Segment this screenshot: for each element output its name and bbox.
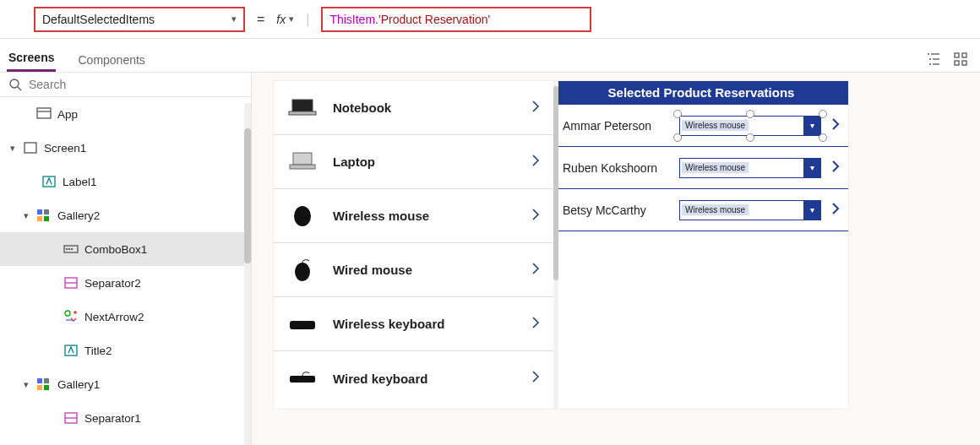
chevron-down-icon: ▾ [289, 14, 294, 24]
separator-icon [63, 410, 79, 426]
product-image-wired-keyboard [287, 365, 318, 392]
property-dropdown[interactable]: DefaultSelectedItems ▾ [34, 7, 245, 32]
tree-node-separator1[interactable]: Separator1 [0, 401, 251, 435]
tree-node-separator2[interactable]: Separator2 [0, 266, 251, 300]
tree-node-combobox1[interactable]: ComboBox1 [0, 232, 251, 266]
gallery-icon [35, 376, 52, 393]
reservation-row[interactable]: Ruben Kokshoorn Wireless mouse ▾ [554, 147, 848, 189]
tree-node-title2[interactable]: Title2 [0, 334, 251, 367]
nextarrow-icon [63, 308, 79, 325]
product-name: Notebook [333, 100, 513, 115]
tree-label: Label1 [63, 176, 97, 188]
svg-rect-36 [293, 153, 312, 165]
product-name: Wireless keyboard [333, 317, 513, 331]
svg-rect-18 [37, 216, 42, 221]
svg-rect-19 [44, 216, 49, 221]
chevron-right-icon[interactable] [528, 207, 543, 225]
gallery-scrollbar[interactable] [553, 81, 558, 409]
screen-icon [22, 139, 39, 156]
tab-screens[interactable]: Screens [7, 44, 56, 72]
app-icon [35, 106, 52, 122]
gallery-products[interactable]: Notebook Laptop Wireless mouse [274, 81, 554, 409]
combobox-icon [63, 241, 79, 258]
product-name: Laptop [333, 155, 513, 169]
chevron-right-icon[interactable] [528, 261, 543, 279]
svg-rect-9 [962, 61, 966, 65]
label-icon [41, 173, 57, 190]
svg-rect-29 [44, 378, 49, 383]
reservations-header: Selected Product Reservations [554, 81, 848, 105]
svg-rect-17 [44, 209, 49, 214]
separator-icon [63, 274, 79, 291]
combobox-selected[interactable]: Wireless mouse ▾ [679, 116, 821, 136]
chevron-right-icon[interactable] [528, 153, 543, 171]
svg-rect-40 [290, 321, 315, 329]
chevron-right-icon[interactable] [828, 117, 843, 135]
svg-rect-16 [37, 209, 42, 214]
formula-token-thisitem: ThisItem [329, 13, 375, 26]
app-preview: Notebook Laptop Wireless mouse [274, 81, 848, 409]
product-image-wireless-keyboard [287, 311, 318, 338]
grid-view-icon[interactable] [953, 52, 968, 67]
tree-label: Title2 [84, 345, 112, 357]
tree-node-nextarrow2[interactable]: NextArrow2 [0, 300, 251, 334]
combobox-chip: Wireless mouse [682, 204, 749, 215]
tree-node-app[interactable]: App [0, 97, 251, 131]
tree-view-icon[interactable] [926, 52, 941, 67]
tree-label: App [57, 108, 78, 121]
svg-rect-14 [24, 143, 36, 153]
search-input[interactable]: Search [0, 73, 251, 97]
chevron-down-icon[interactable]: ▾ [803, 117, 820, 135]
combobox[interactable]: Wireless mouse ▾ [679, 158, 821, 178]
product-row[interactable]: Wireless keyboard [274, 297, 553, 351]
formula-input[interactable]: ThisItem.'Product Reservation' [321, 7, 591, 32]
gallery-reservations[interactable]: Selected Product Reservations Ammar Pete… [554, 81, 848, 409]
chevron-right-icon[interactable] [528, 99, 543, 117]
reservation-row[interactable]: Betsy McCarthy Wireless mouse ▾ [554, 189, 848, 231]
tree-view: App ▾ Screen1 Label1 ▾ Gallery2 [0, 97, 251, 435]
caret-down-icon: ▾ [22, 379, 30, 390]
label-icon [63, 342, 79, 359]
combobox-chip: Wireless mouse [682, 120, 749, 131]
tree-node-label1[interactable]: Label1 [0, 165, 251, 198]
tree-node-gallery1[interactable]: ▾ Gallery1 [0, 367, 251, 401]
tab-components[interactable]: Components [76, 46, 146, 72]
svg-point-26 [65, 311, 70, 316]
product-name: Wired mouse [333, 263, 513, 277]
reservation-row[interactable]: Ammar Peterson Wireless mouse ▾ [554, 105, 848, 147]
svg-point-23 [72, 249, 73, 250]
chevron-down-icon: ▾ [231, 14, 237, 24]
chevron-down-icon[interactable]: ▾ [803, 201, 820, 220]
tree-label: Screen1 [44, 142, 86, 155]
chevron-right-icon[interactable] [828, 159, 843, 177]
canvas[interactable]: Notebook Laptop Wireless mouse [252, 73, 980, 445]
caret-down-icon: ▾ [8, 143, 17, 154]
svg-rect-37 [290, 165, 315, 169]
svg-rect-35 [289, 111, 316, 115]
fx-label: fx [276, 13, 286, 26]
svg-rect-7 [962, 53, 966, 57]
product-row[interactable]: Wired keyboard [274, 351, 553, 405]
reservation-name: Ammar Peterson [563, 119, 672, 133]
formula-bar: DefaultSelectedItems ▾ = fx ▾ | ThisItem… [0, 0, 980, 39]
gallery-icon [35, 207, 52, 224]
chevron-right-icon[interactable] [828, 201, 843, 220]
product-row[interactable]: Wireless mouse [274, 189, 553, 243]
formula-token-string: 'Product Reservation' [378, 13, 490, 26]
product-row[interactable]: Wired mouse [274, 243, 553, 297]
fx-button[interactable]: fx ▾ [276, 13, 294, 26]
chevron-down-icon[interactable]: ▾ [803, 159, 820, 177]
tree-scrollbar[interactable] [244, 103, 251, 445]
caret-down-icon: ▾ [22, 210, 30, 221]
svg-rect-41 [290, 376, 315, 383]
product-row[interactable]: Notebook [274, 81, 553, 135]
chevron-right-icon[interactable] [528, 315, 543, 334]
product-image-notebook [287, 95, 318, 122]
property-name: DefaultSelectedItems [42, 13, 155, 26]
combobox[interactable]: Wireless mouse ▾ [679, 200, 821, 220]
tree-node-gallery2[interactable]: ▾ Gallery2 [0, 198, 251, 232]
product-row[interactable]: Laptop [274, 135, 553, 189]
chevron-right-icon[interactable] [528, 369, 543, 388]
svg-point-38 [294, 206, 311, 226]
tree-node-screen1[interactable]: ▾ Screen1 [0, 131, 251, 165]
